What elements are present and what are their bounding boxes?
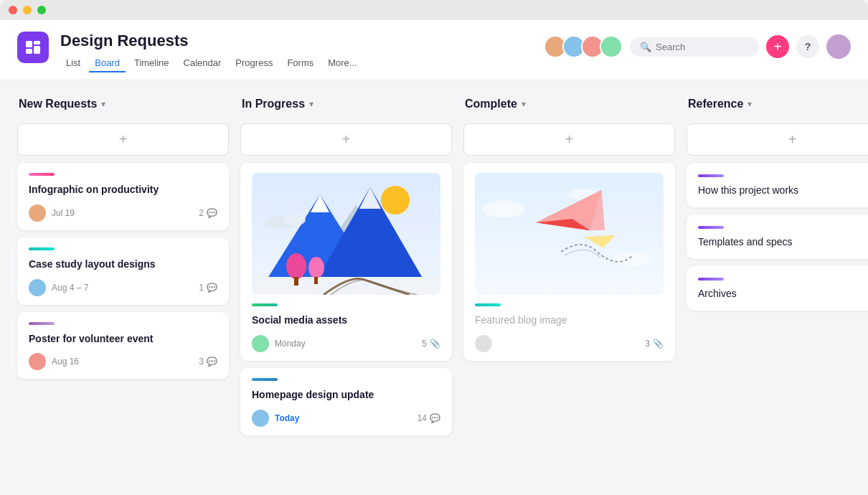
card-title-homepage: Homepage design update xyxy=(252,388,440,402)
card-date-poster: Aug 16 xyxy=(52,357,79,367)
attachment-icon-social: 📎 xyxy=(430,339,440,349)
search-icon: 🔍 xyxy=(640,42,651,52)
card-homepage[interactable]: Homepage design update Today 14 💬 xyxy=(240,368,452,435)
column-title-area: New Requests ▾ xyxy=(19,98,105,110)
board-icon xyxy=(24,39,42,56)
window-chrome xyxy=(0,0,868,20)
card-avatar-homepage xyxy=(252,410,269,427)
column-in-progress: In Progress ▾ + xyxy=(240,98,452,484)
card-meta-social: Monday 5 📎 xyxy=(252,335,440,352)
card-meta-left-case: Aug 4 – 7 xyxy=(29,279,88,296)
card-blog-image[interactable]: Featured blog image 3 📎 xyxy=(463,163,675,361)
attachment-count-social: 5 xyxy=(422,339,427,349)
column-new-requests: New Requests ▾ + Infographic on producti… xyxy=(17,98,229,484)
svg-point-11 xyxy=(381,186,410,214)
card-tag-blue xyxy=(252,378,278,381)
column-title-area-complete: Complete ▾ xyxy=(465,98,526,110)
column-title-area-ip: In Progress ▾ xyxy=(242,98,313,110)
card-image-mountain xyxy=(252,173,440,295)
tab-more[interactable]: More... xyxy=(322,55,362,72)
add-card-button-new-requests[interactable]: + xyxy=(17,123,229,156)
card-tag-green xyxy=(252,303,278,306)
minimize-button[interactable] xyxy=(23,6,32,14)
ref-title-2: Templates and specs xyxy=(698,236,868,248)
card-meta-right-infographic: 2 💬 xyxy=(199,208,217,218)
card-meta-case-study: Aug 4 – 7 1 💬 xyxy=(29,279,217,296)
card-date-homepage: Today xyxy=(275,413,299,423)
chevron-down-icon-new-requests[interactable]: ▾ xyxy=(101,99,105,109)
ref-card-templates[interactable]: Templates and specs xyxy=(687,214,868,259)
svg-rect-2 xyxy=(26,49,32,54)
add-card-button-in-progress[interactable]: + xyxy=(240,123,452,156)
card-infographic[interactable]: Infographic on productivity Jul 19 2 💬 xyxy=(17,163,229,230)
user-avatar[interactable] xyxy=(826,34,851,59)
card-date-infographic: Jul 19 xyxy=(52,208,75,218)
add-card-button-complete[interactable]: + xyxy=(463,123,675,156)
comment-icon-case: 💬 xyxy=(207,283,217,293)
column-reference: Reference ▾ + How this project works Tem… xyxy=(687,98,868,484)
card-meta-left-social: Monday xyxy=(252,335,306,352)
help-button[interactable]: ? xyxy=(796,35,819,58)
card-tag-teal-complete xyxy=(475,303,501,306)
comment-icon-homepage: 💬 xyxy=(430,413,440,423)
svg-rect-20 xyxy=(475,173,664,295)
chevron-down-icon-in-progress[interactable]: ▾ xyxy=(309,99,313,109)
tab-progress[interactable]: Progress xyxy=(230,55,278,72)
add-button[interactable]: + xyxy=(766,35,789,58)
svg-rect-0 xyxy=(26,41,32,47)
search-input[interactable] xyxy=(656,42,749,52)
column-complete: Complete ▾ + xyxy=(463,98,675,484)
search-bar[interactable]: 🔍 xyxy=(630,37,759,57)
svg-point-18 xyxy=(284,213,306,226)
tab-board[interactable]: Board xyxy=(89,55,126,72)
card-meta-left: Jul 19 xyxy=(29,204,75,222)
card-meta-right-case: 1 💬 xyxy=(199,283,217,293)
add-card-button-reference[interactable]: + xyxy=(687,123,868,156)
svg-point-15 xyxy=(308,257,324,278)
app-icon xyxy=(17,32,49,63)
chevron-down-icon-reference[interactable]: ▾ xyxy=(747,99,752,109)
card-title-social: Social media assets xyxy=(252,314,440,328)
header-right: 🔍 + ? xyxy=(544,32,851,59)
card-tag-pink xyxy=(29,173,55,176)
column-header-in-progress: In Progress ▾ xyxy=(240,98,452,116)
card-avatar-3 xyxy=(29,353,46,370)
svg-point-19 xyxy=(263,217,283,229)
card-date-social: Monday xyxy=(275,339,306,349)
card-meta-left-poster: Aug 16 xyxy=(29,353,79,370)
maximize-button[interactable] xyxy=(37,6,46,14)
card-poster[interactable]: Poster for volunteer event Aug 16 3 💬 xyxy=(17,312,229,380)
app-title: Design Requests xyxy=(60,32,363,50)
column-title-complete: Complete xyxy=(465,98,517,110)
header-title-area: Design Requests List Board Timeline Cale… xyxy=(60,32,363,72)
ref-card-archives[interactable]: Archives xyxy=(687,266,868,311)
column-header-reference: Reference ▾ xyxy=(687,98,868,116)
card-social-media[interactable]: Social media assets Monday 5 📎 xyxy=(240,163,452,361)
svg-point-21 xyxy=(482,200,525,217)
card-tag-purple xyxy=(29,322,55,325)
chevron-down-icon-complete[interactable]: ▾ xyxy=(522,99,526,109)
header: Design Requests List Board Timeline Cale… xyxy=(0,20,868,72)
column-title-new-requests: New Requests xyxy=(19,98,97,110)
tab-list[interactable]: List xyxy=(60,55,86,72)
avatar-user-4[interactable] xyxy=(600,35,623,58)
card-image-plane xyxy=(475,173,664,295)
comment-count-homepage: 14 xyxy=(418,413,427,423)
ref-tag-1 xyxy=(698,174,724,177)
card-meta-blog: 3 📎 xyxy=(475,335,664,352)
card-title-case-study: Case study layout designs xyxy=(29,258,217,272)
comment-count-poster: 3 xyxy=(199,357,204,367)
close-button[interactable] xyxy=(9,6,17,14)
comment-icon-infographic: 💬 xyxy=(207,208,217,218)
column-title-in-progress: In Progress xyxy=(242,98,305,110)
column-title-area-ref: Reference ▾ xyxy=(688,98,752,110)
card-case-study[interactable]: Case study layout designs Aug 4 – 7 1 💬 xyxy=(17,237,229,305)
tab-timeline[interactable]: Timeline xyxy=(128,55,175,72)
card-date-case-study: Aug 4 – 7 xyxy=(52,283,88,293)
ref-card-how-project-works[interactable]: How this project works xyxy=(687,163,868,207)
app-container: Design Requests List Board Timeline Cale… xyxy=(0,20,868,495)
ref-title-1: How this project works xyxy=(698,184,868,196)
card-title-blog: Featured blog image xyxy=(475,314,664,328)
tab-forms[interactable]: Forms xyxy=(281,55,319,72)
tab-calendar[interactable]: Calendar xyxy=(178,55,227,72)
